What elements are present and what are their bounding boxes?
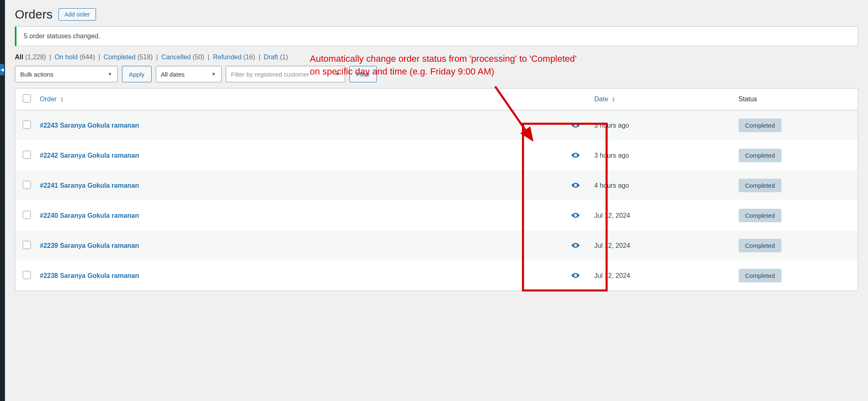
chevron-down-icon: ▼ <box>335 71 340 77</box>
orders-table: Order ▲▼ Date ▲▼ Status #2243 Saranya Go… <box>15 88 858 291</box>
add-order-button[interactable]: Add order <box>58 8 96 21</box>
status-badge: Completed <box>739 149 782 162</box>
order-date: Jul 12, 2024 <box>590 261 735 291</box>
table-row: #2238 Saranya Gokula ramanan Jul 12, 202… <box>15 261 858 291</box>
status-badge: Completed <box>739 239 782 252</box>
row-checkbox[interactable] <box>23 271 31 279</box>
status-badge: Completed <box>739 209 782 222</box>
collapse-arrow-icon[interactable]: ◀ <box>0 64 4 75</box>
preview-eye-icon[interactable] <box>571 212 580 219</box>
status-badge: Completed <box>739 119 782 132</box>
order-date: Jul 12, 2024 <box>590 200 735 231</box>
order-date: 3 hours ago <box>590 110 735 141</box>
preview-eye-icon[interactable] <box>571 152 580 159</box>
filter-all[interactable]: All <box>15 54 23 61</box>
orders-page: Orders Add order 5 order statuses change… <box>5 0 868 301</box>
filter-cancelled[interactable]: Cancelled (50) <box>161 54 204 61</box>
bulk-actions-label: Bulk actions <box>20 71 54 78</box>
status-badge: Completed <box>739 179 782 192</box>
order-date: 3 hours ago <box>590 140 735 170</box>
success-notice: 5 order statuses changed. <box>15 26 858 46</box>
status-filter-links: All (1,228) | On hold (644) | Completed … <box>15 54 858 61</box>
preview-eye-icon[interactable] <box>571 182 580 189</box>
table-row: #2243 Saranya Gokula ramanan 3 hours ago… <box>15 110 858 141</box>
sort-icon: ▲▼ <box>60 97 64 103</box>
page-title: Orders <box>15 7 53 21</box>
order-link[interactable]: #2243 Saranya Gokula ramanan <box>40 122 139 129</box>
filter-on-hold[interactable]: On hold (644) <box>55 54 95 61</box>
chevron-down-icon: ▼ <box>211 71 216 77</box>
order-link[interactable]: #2239 Saranya Gokula ramanan <box>40 242 139 249</box>
select-all-checkbox[interactable] <box>23 94 31 103</box>
column-status: Status <box>735 89 858 110</box>
preview-eye-icon[interactable] <box>571 242 580 249</box>
filter-draft[interactable]: Draft (1) <box>264 54 288 61</box>
bulk-actions-select[interactable]: Bulk actions ▼ <box>15 66 118 82</box>
admin-sidebar-edge <box>0 0 5 301</box>
order-link[interactable]: #2238 Saranya Gokula ramanan <box>40 272 139 279</box>
order-link[interactable]: #2241 Saranya Gokula ramanan <box>40 182 139 189</box>
filter-refunded[interactable]: Refunded (16) <box>213 54 255 61</box>
date-filter-label: All dates <box>161 71 185 78</box>
order-date: Jul 12, 2024 <box>590 231 735 261</box>
order-date: 4 hours ago <box>590 170 735 200</box>
status-badge: Completed <box>739 269 782 282</box>
date-filter-select[interactable]: All dates ▼ <box>156 66 222 82</box>
table-row: #2241 Saranya Gokula ramanan 4 hours ago… <box>15 170 858 200</box>
preview-eye-icon[interactable] <box>571 122 580 129</box>
sort-icon: ▲▼ <box>612 97 615 103</box>
filter-button[interactable]: Filter <box>349 66 377 82</box>
column-date[interactable]: Date ▲▼ <box>590 89 735 110</box>
row-checkbox[interactable] <box>23 181 31 189</box>
apply-button[interactable]: Apply <box>122 66 152 82</box>
chevron-down-icon: ▼ <box>108 71 112 77</box>
order-link[interactable]: #2240 Saranya Gokula ramanan <box>40 212 139 219</box>
customer-filter-placeholder: Filter by registered customer <box>231 71 309 78</box>
column-order[interactable]: Order ▲▼ <box>36 89 566 110</box>
row-checkbox[interactable] <box>23 241 31 249</box>
row-checkbox[interactable] <box>23 121 31 129</box>
customer-filter-select[interactable]: Filter by registered customer ▼ <box>226 66 345 82</box>
preview-eye-icon[interactable] <box>571 272 580 279</box>
table-row: #2239 Saranya Gokula ramanan Jul 12, 202… <box>15 231 858 261</box>
table-row: #2240 Saranya Gokula ramanan Jul 12, 202… <box>15 200 858 231</box>
table-row: #2242 Saranya Gokula ramanan 3 hours ago… <box>15 140 858 170</box>
filter-completed[interactable]: Completed (518) <box>104 54 153 61</box>
row-checkbox[interactable] <box>23 211 31 219</box>
order-link[interactable]: #2242 Saranya Gokula ramanan <box>40 152 139 159</box>
row-checkbox[interactable] <box>23 151 31 159</box>
